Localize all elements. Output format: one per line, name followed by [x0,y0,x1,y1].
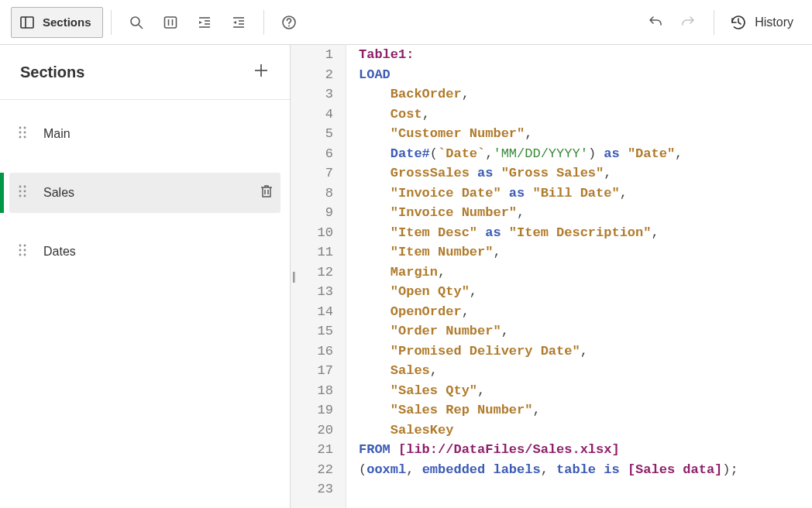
line-number: 12 [291,263,333,283]
code-line[interactable]: "Order Number", [359,321,738,342]
section-item-sales[interactable]: Sales [9,173,280,213]
code-token: , [517,205,525,220]
code-line[interactable]: Table1: [359,45,738,65]
code-token: , [485,146,493,161]
code-token: , [422,107,430,122]
indent-button[interactable] [188,7,222,38]
history-icon [730,14,747,31]
delete-section-button[interactable] [259,184,274,202]
code-line[interactable]: "Sales Rep Number", [359,400,738,420]
code-line[interactable]: Margin, [359,263,738,283]
help-button[interactable] [272,7,306,38]
svg-point-33 [19,245,22,247]
line-number: 1 [291,45,333,65]
code-token [359,146,391,161]
svg-point-36 [24,249,26,252]
outdent-icon [231,15,246,30]
svg-point-34 [24,245,26,247]
code-token: Margin [391,265,438,280]
section-item-main[interactable]: Main [9,114,280,154]
code-line[interactable]: "Promised Delivery Date", [359,342,738,362]
add-section-button[interactable] [253,62,270,82]
line-number: 23 [291,479,333,499]
code-line[interactable]: GrossSales as "Gross Sales", [359,163,738,184]
code-line[interactable]: "Item Desc" as "Item Description", [359,223,738,243]
code-line[interactable]: "Invoice Number", [359,203,738,223]
code-token: OpenOrder [391,304,462,319]
history-label: History [755,15,793,29]
line-number: 5 [291,124,333,144]
comment-icon [163,15,178,30]
line-number: 20 [291,420,333,441]
section-item-dates[interactable]: Dates [9,232,280,272]
code-token: , [651,225,659,240]
splitter-handle[interactable]: || [292,270,294,283]
code-line[interactable]: "Open Qty", [359,282,738,302]
outdent-button[interactable] [222,7,256,38]
redo-icon [680,14,697,31]
code-token: , [525,126,532,141]
line-number: 16 [291,342,333,362]
line-number: 19 [291,400,333,420]
code-line[interactable]: LOAD [359,65,738,85]
undo-button[interactable] [638,7,672,38]
code-line[interactable]: FROM [lib://DataFiles/Sales.xlsx] [359,440,738,460]
code-token: Table1: [359,47,414,62]
drag-handle-icon[interactable] [17,125,28,143]
code-token [359,245,391,259]
code-token: as [604,146,619,161]
code-line[interactable]: "Sales Qty", [359,381,738,401]
svg-point-25 [19,186,22,188]
code-token: "Invoice Number" [391,205,517,220]
toolbar-divider [714,10,714,35]
code-line[interactable]: SalesKey [359,420,738,441]
code-token: Cost [391,107,422,122]
code-line[interactable]: Sales, [359,361,738,381]
code-token [620,462,628,477]
line-number: 21 [291,440,333,460]
undo-icon [646,14,663,31]
code-token: , [541,462,556,477]
code-token: BackOrder [391,87,462,101]
code-token: "Order Number" [391,324,501,338]
plus-icon [253,62,270,79]
code-token [359,107,391,122]
code-line[interactable]: (ooxml, embedded labels, table is [Sales… [359,460,738,480]
history-button[interactable]: History [722,7,801,38]
drag-handle-icon[interactable] [17,242,28,261]
code-token: , [462,304,470,319]
code-token: SalesKey [391,423,454,438]
svg-line-3 [139,25,143,29]
code-editor[interactable]: 1234567891011121314151617181920212223 Ta… [291,45,812,508]
line-number: 2 [291,65,333,85]
code-token [359,87,391,101]
code-line[interactable]: "Invoice Date" as "Bill Date", [359,184,738,204]
search-button[interactable] [119,7,153,38]
sidebar-title: Sections [20,64,84,81]
code-area[interactable]: Table1:LOAD BackOrder, Cost, "Customer N… [346,45,738,508]
line-number: 7 [291,163,333,184]
svg-point-16 [288,25,290,26]
line-number: 17 [291,361,333,381]
code-token: , [501,324,509,338]
code-token: FROM [359,442,391,457]
code-line[interactable] [359,479,738,499]
code-token: "Open Qty" [391,284,470,299]
code-line[interactable]: OpenOrder, [359,302,738,322]
code-token: "Bill Date" [532,186,619,201]
code-line[interactable]: Cost, [359,105,738,125]
code-token: LOAD [359,67,391,82]
sections-toggle-button[interactable]: Sections [11,7,103,38]
panel-icon [19,15,35,30]
svg-point-24 [24,136,26,139]
code-token: , [604,166,611,180]
code-token: [lib://DataFiles/Sales.xlsx] [398,442,620,457]
code-line[interactable]: "Item Number", [359,242,738,263]
code-line[interactable]: Date#(`Date`,'MM/DD/YYYY') as "Date", [359,144,738,164]
code-line[interactable]: BackOrder, [359,84,738,105]
comment-button[interactable] [153,7,188,38]
redo-button[interactable] [672,7,706,38]
code-token: "Gross Sales" [501,166,604,180]
code-line[interactable]: "Customer Number", [359,124,738,144]
drag-handle-icon[interactable] [17,184,28,202]
